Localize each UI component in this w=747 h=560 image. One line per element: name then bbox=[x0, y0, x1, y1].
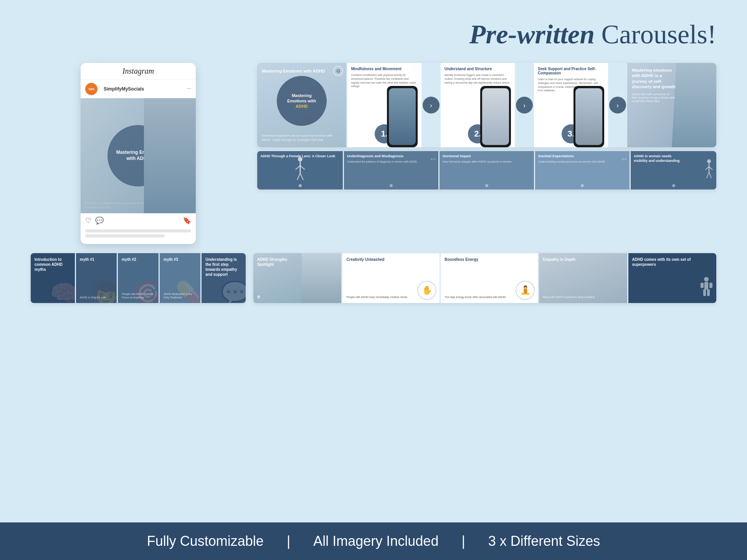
carousel-card-2: Mindfulness and Movement Combine mindful… bbox=[347, 63, 421, 147]
svg-line-7 bbox=[300, 173, 303, 180]
svg-line-6 bbox=[297, 173, 300, 180]
svg-rect-19 bbox=[707, 289, 710, 296]
card3-phone bbox=[480, 86, 511, 147]
page-title: Pre-written Carousels! bbox=[469, 19, 716, 50]
bottom-bar: Fully Customizable | All Imagery Include… bbox=[0, 522, 747, 560]
card5-body: Share this with someone on their journey… bbox=[632, 92, 676, 103]
ig-caption-lines bbox=[81, 228, 196, 244]
card2-phone bbox=[387, 86, 418, 147]
svg-point-14 bbox=[704, 277, 709, 282]
female-card-3-body: How hormonal changes affect ADHD symptom… bbox=[443, 160, 531, 163]
bottom-item-3: 3 x Different Sizes bbox=[488, 533, 600, 549]
svg-line-10 bbox=[706, 167, 709, 170]
female-card-5-figure bbox=[703, 159, 715, 182]
strengths-card-4-title: Empathy in Depth bbox=[543, 257, 623, 262]
carousel-card-3: Understand and Structure Identify emotio… bbox=[441, 63, 515, 147]
ig-post-image: Mastering Emotions with ADHD Emotional r… bbox=[81, 98, 196, 213]
main-carousel-preview: Mastering Emotions with ADHD Emotional r… bbox=[257, 63, 716, 189]
instagram-section: Instagram SMS SimplifyMySocials ··· bbox=[31, 63, 246, 244]
ig-avatar: SMS bbox=[85, 83, 98, 95]
female-card-2-body: Understand the patterns of diagnosis in … bbox=[347, 160, 435, 163]
card1-circle: Mastering Emotions with ADHD bbox=[277, 76, 327, 126]
svg-rect-15 bbox=[704, 282, 708, 290]
ig-comment-icon[interactable]: 💬 bbox=[95, 216, 104, 225]
card1-title: Mastering Emotions with ADHD bbox=[262, 68, 342, 74]
ig-line-2 bbox=[85, 234, 165, 237]
svg-rect-17 bbox=[709, 283, 712, 288]
arrow3-icon: › bbox=[609, 97, 626, 114]
big-carousel-strip: Mastering Emotions with ADHD Emotional r… bbox=[257, 63, 716, 147]
female-card-1-title: ADHD Through a Female Lens: A Closer Loo… bbox=[260, 154, 340, 159]
ig-profile-left: SMS SimplifyMySocials bbox=[85, 83, 144, 95]
female-card-1: ADHD Through a Female Lens: A Closer Loo… bbox=[257, 151, 343, 189]
female-card-3-title: Hormonal Impact bbox=[443, 154, 531, 159]
arrow2-icon: › bbox=[516, 97, 533, 114]
ig-username: SimplifyMySocials bbox=[104, 86, 144, 92]
svg-rect-16 bbox=[701, 283, 704, 288]
myth5-bg-icon: 💬 bbox=[221, 280, 246, 303]
female-card-4-arrow: ↩ bbox=[621, 155, 627, 163]
female-card-3: Hormonal Impact How hormonal changes aff… bbox=[440, 151, 534, 189]
carousel-card-1: Mastering Emotions with ADHD Emotional r… bbox=[257, 63, 346, 147]
female-card-1-dot bbox=[299, 184, 302, 187]
myth-card-3: myth #2 People with ADHD Cannot Focus on… bbox=[118, 253, 159, 303]
myth-card-5: Understanding is the first step towards … bbox=[202, 253, 246, 303]
strengths-card-1-dot bbox=[257, 293, 260, 300]
carousel-card-4: Seek Support and Practice Self-Compassio… bbox=[534, 63, 608, 147]
strengths-strip: ADHD Strengths Spotlight Creativity Unle… bbox=[253, 253, 716, 303]
strengths-card-5: ADHD comes with its own set of superpowe… bbox=[628, 253, 716, 303]
myth4-bg-icon: 💊 bbox=[175, 280, 200, 303]
strengths-card-1-title: ADHD Strengths Spotlight bbox=[257, 257, 301, 267]
strengths-card-4-body: Many with ADHD experience deep empathy. bbox=[543, 295, 623, 299]
svg-line-5 bbox=[300, 166, 305, 170]
arrow1: › bbox=[423, 63, 440, 147]
strengths-card-5-title: ADHD comes with its own set of superpowe… bbox=[632, 257, 712, 267]
female-card-2-title: UnderDiagnosis and Misdiagnosis bbox=[347, 154, 435, 159]
card1-circle-text: Mastering Emotions with ADHD bbox=[277, 87, 327, 115]
female-card-5-title: ADHD in women needs visibility and under… bbox=[634, 154, 686, 163]
myth-card-1: Introduction to common ADHD myths 🧠 bbox=[31, 253, 75, 303]
carousel-card-5: Mastering emotions with ADHD is a journe… bbox=[627, 63, 716, 147]
myth3-bg-icon: 🎯 bbox=[134, 280, 159, 303]
female-card-5: ADHD in women needs visibility and under… bbox=[631, 151, 716, 189]
ig-app-name: Instagram bbox=[81, 63, 196, 80]
title-light: Carousels! bbox=[595, 20, 716, 49]
bottom-item-1: Fully Customizable bbox=[147, 533, 264, 549]
myth-card-4: myth #3 ADHD Medication is the Only Trea… bbox=[160, 253, 200, 303]
strengths-card-1: ADHD Strengths Spotlight bbox=[253, 253, 341, 303]
strengths-card-4: Empathy in Depth Many with ADHD experien… bbox=[539, 253, 627, 303]
instagram-mockup: Instagram SMS SimplifyMySocials ··· bbox=[81, 63, 196, 244]
ig-bookmark-icon[interactable]: 🔖 bbox=[183, 216, 191, 225]
card1-body: Emotional regulation can be a journey fo… bbox=[262, 133, 342, 142]
bottom-divider-1: | bbox=[287, 533, 290, 549]
svg-line-11 bbox=[709, 167, 712, 170]
card2-title: Mindfulness and Movement bbox=[351, 67, 418, 71]
female-card-4: Societal Expectations Understanding soci… bbox=[535, 151, 630, 189]
female-card-4-dot bbox=[581, 184, 584, 187]
svg-line-12 bbox=[707, 172, 709, 178]
female-card-2: UnderDiagnosis and Misdiagnosis Understa… bbox=[344, 151, 438, 189]
svg-point-8 bbox=[707, 160, 711, 163]
row2: Introduction to common ADHD myths 🧠 myth… bbox=[31, 253, 716, 303]
strengths-card-5-figure bbox=[700, 277, 713, 303]
ig-like-icon[interactable]: ♡ bbox=[85, 216, 91, 225]
ig-woman-img bbox=[144, 98, 196, 213]
card2-phone-screen bbox=[389, 88, 416, 145]
female-card-2-arrow: ↩ bbox=[430, 155, 436, 163]
strengths-section: ADHD Strengths Spotlight Creativity Unle… bbox=[253, 253, 716, 303]
ig-line-1 bbox=[85, 229, 191, 232]
bottom-item-2: All Imagery Included bbox=[313, 533, 438, 549]
female-card-1-figure bbox=[293, 156, 308, 184]
strengths-card-2-title: Creativity Unleashed bbox=[346, 257, 436, 262]
card3-body: Identify emotional triggers and create a… bbox=[445, 73, 511, 84]
strengths-card-2-circle: ✋ bbox=[417, 281, 436, 300]
strengths-card-1-img bbox=[302, 253, 341, 303]
header-area: Pre-written Carousels! bbox=[31, 19, 716, 50]
card5-title: Mastering emotions with ADHD is a journe… bbox=[632, 68, 676, 89]
card3-title: Understand and Structure bbox=[445, 67, 511, 71]
myth-card-2: myth #1 ADHD is Only for Kids 👦 bbox=[76, 253, 117, 303]
card3-content: Understand and Structure Identify emotio… bbox=[441, 63, 515, 88]
ig-more-dots[interactable]: ··· bbox=[187, 86, 191, 92]
female-card-2-dot bbox=[390, 184, 393, 187]
arrow2: › bbox=[516, 63, 533, 147]
